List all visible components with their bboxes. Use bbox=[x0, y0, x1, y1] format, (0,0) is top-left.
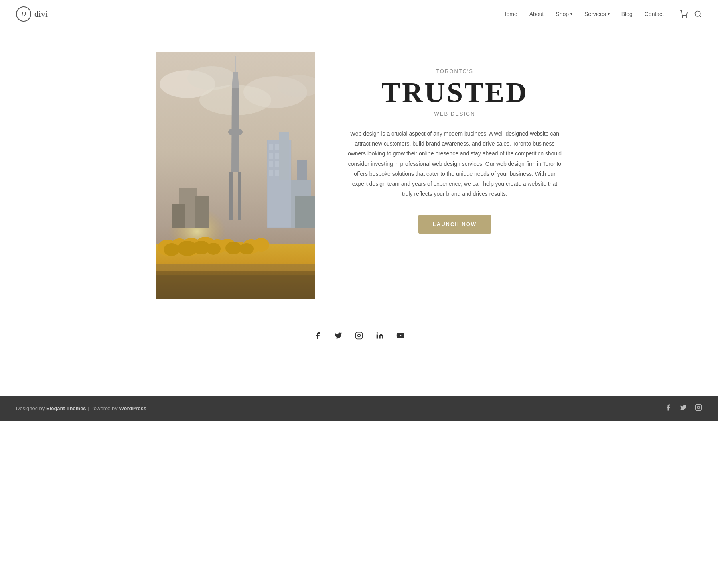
svg-rect-61 bbox=[377, 335, 378, 339]
elegant-themes-link[interactable]: Elegant Themes bbox=[46, 405, 86, 411]
social-row bbox=[0, 323, 718, 348]
logo-circle: D bbox=[16, 6, 31, 22]
site-header: D divi Home About Shop ▾ Services ▾ Blog… bbox=[0, 0, 718, 28]
footer-separator: | Powered by bbox=[86, 405, 119, 411]
hero-image bbox=[156, 52, 315, 299]
footer-social-icons bbox=[665, 404, 702, 413]
svg-point-62 bbox=[377, 332, 378, 334]
facebook-icon[interactable] bbox=[313, 331, 322, 340]
svg-rect-15 bbox=[235, 56, 236, 72]
svg-rect-30 bbox=[275, 170, 279, 176]
site-logo[interactable]: D divi bbox=[16, 6, 48, 22]
hero-subtitle-top: TORONTO'S bbox=[347, 68, 562, 74]
footer-instagram-icon[interactable] bbox=[695, 404, 702, 413]
nav-contact[interactable]: Contact bbox=[645, 11, 664, 17]
svg-rect-24 bbox=[275, 153, 279, 159]
svg-point-55 bbox=[239, 243, 254, 254]
svg-point-53 bbox=[206, 243, 221, 255]
footer-credits: Designed by Elegant Themes | Powered by … bbox=[16, 405, 146, 411]
hero-content: TORONTO'S TRUSTED WEB DESIGN Web design … bbox=[347, 52, 562, 234]
nav-blog[interactable]: Blog bbox=[621, 11, 633, 17]
logo-letter: D bbox=[21, 10, 26, 18]
youtube-icon[interactable] bbox=[396, 331, 405, 340]
nav-home[interactable]: Home bbox=[502, 11, 517, 17]
instagram-icon[interactable] bbox=[355, 331, 363, 340]
toronto-skyline-svg bbox=[156, 52, 315, 299]
twitter-icon[interactable] bbox=[334, 331, 343, 340]
svg-point-54 bbox=[225, 242, 241, 254]
search-icon[interactable] bbox=[694, 10, 702, 18]
svg-rect-21 bbox=[275, 144, 279, 150]
svg-point-0 bbox=[682, 16, 683, 17]
svg-point-49 bbox=[253, 238, 269, 252]
svg-line-3 bbox=[700, 15, 701, 17]
svg-rect-26 bbox=[269, 161, 273, 167]
nav-services[interactable]: Services ▾ bbox=[584, 11, 610, 17]
svg-marker-14 bbox=[232, 72, 239, 88]
nav-about[interactable]: About bbox=[529, 11, 544, 17]
logo-name: divi bbox=[34, 9, 48, 19]
svg-rect-36 bbox=[195, 196, 209, 228]
hero-title: TRUSTED bbox=[347, 78, 562, 107]
svg-rect-23 bbox=[269, 153, 273, 159]
svg-rect-64 bbox=[696, 405, 702, 411]
nav-shop[interactable]: Shop ▾ bbox=[556, 11, 572, 17]
svg-rect-37 bbox=[172, 204, 185, 228]
header-divider bbox=[0, 28, 718, 28]
site-footer: Designed by Elegant Themes | Powered by … bbox=[0, 396, 718, 421]
svg-point-1 bbox=[686, 16, 687, 17]
linkedin-icon[interactable] bbox=[375, 331, 384, 340]
svg-rect-33 bbox=[297, 160, 307, 180]
footer-designed-by-text: Designed by bbox=[16, 405, 46, 411]
hero-image-wrapper bbox=[156, 52, 315, 299]
svg-point-50 bbox=[164, 243, 180, 256]
svg-rect-20 bbox=[269, 144, 273, 150]
nav-icons bbox=[680, 10, 702, 18]
svg-rect-27 bbox=[275, 161, 279, 167]
cart-icon[interactable] bbox=[680, 10, 688, 18]
main-nav: Home About Shop ▾ Services ▾ Blog Contac… bbox=[502, 10, 702, 18]
main-content: TORONTO'S TRUSTED WEB DESIGN Web design … bbox=[140, 52, 578, 299]
services-arrow-icon: ▾ bbox=[608, 12, 610, 16]
svg-rect-12 bbox=[238, 172, 241, 220]
launch-button[interactable]: LAUNCH NOW bbox=[418, 215, 491, 234]
hero-description: Web design is a crucial aspect of any mo… bbox=[347, 129, 562, 199]
svg-rect-39 bbox=[279, 132, 289, 180]
footer-twitter-icon[interactable] bbox=[680, 404, 687, 413]
svg-point-2 bbox=[695, 11, 700, 16]
svg-rect-59 bbox=[356, 332, 363, 339]
svg-rect-11 bbox=[229, 172, 233, 220]
wordpress-link[interactable]: WordPress bbox=[119, 405, 146, 411]
footer-facebook-icon[interactable] bbox=[665, 404, 672, 413]
svg-rect-58 bbox=[156, 271, 315, 299]
svg-rect-34 bbox=[295, 196, 315, 228]
shop-arrow-icon: ▾ bbox=[570, 12, 572, 16]
hero-subtitle-bottom: WEB DESIGN bbox=[347, 111, 562, 117]
svg-rect-29 bbox=[269, 170, 273, 176]
svg-rect-17 bbox=[229, 129, 242, 135]
